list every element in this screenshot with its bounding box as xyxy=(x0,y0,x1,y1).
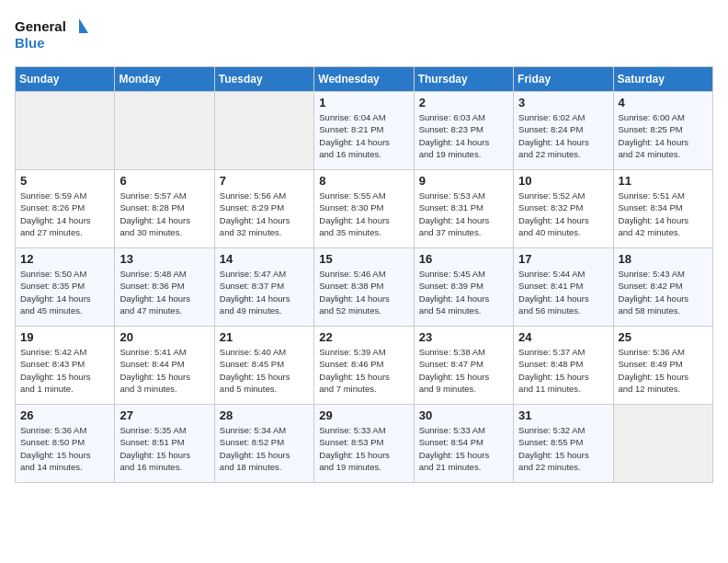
day-info: Sunrise: 5:32 AM Sunset: 8:55 PM Dayligh… xyxy=(518,424,608,473)
calendar-day: 2Sunrise: 6:03 AM Sunset: 8:23 PM Daylig… xyxy=(414,92,513,170)
day-number: 28 xyxy=(220,408,309,422)
calendar-day: 15Sunrise: 5:46 AM Sunset: 8:38 PM Dayli… xyxy=(314,248,414,327)
day-info: Sunrise: 5:42 AM Sunset: 8:43 PM Dayligh… xyxy=(20,346,109,395)
day-info: Sunrise: 5:51 AM Sunset: 8:34 PM Dayligh… xyxy=(619,190,708,238)
day-info: Sunrise: 5:56 AM Sunset: 8:29 PM Dayligh… xyxy=(220,190,309,238)
calendar-day: 25Sunrise: 5:36 AM Sunset: 8:49 PM Dayli… xyxy=(613,327,712,405)
calendar-day: 9Sunrise: 5:53 AM Sunset: 8:31 PM Daylig… xyxy=(414,170,513,248)
svg-text:Blue: Blue xyxy=(15,35,45,51)
weekday-header-sunday: Sunday xyxy=(16,67,115,92)
day-number: 25 xyxy=(619,330,708,344)
calendar-day: 1Sunrise: 6:04 AM Sunset: 8:21 PM Daylig… xyxy=(314,92,414,170)
day-number: 18 xyxy=(619,252,708,266)
day-number: 10 xyxy=(518,174,608,188)
calendar-day: 6Sunrise: 5:57 AM Sunset: 8:28 PM Daylig… xyxy=(115,170,214,248)
weekday-header-thursday: Thursday xyxy=(414,67,513,92)
day-info: Sunrise: 6:00 AM Sunset: 8:25 PM Dayligh… xyxy=(619,111,708,160)
calendar-day: 21Sunrise: 5:40 AM Sunset: 8:45 PM Dayli… xyxy=(214,327,313,405)
calendar-day: 18Sunrise: 5:43 AM Sunset: 8:42 PM Dayli… xyxy=(613,248,712,327)
calendar-day: 26Sunrise: 5:36 AM Sunset: 8:50 PM Dayli… xyxy=(16,405,115,483)
calendar-day: 11Sunrise: 5:51 AM Sunset: 8:34 PM Dayli… xyxy=(613,170,712,248)
calendar-day xyxy=(214,92,313,170)
day-info: Sunrise: 5:50 AM Sunset: 8:35 PM Dayligh… xyxy=(20,268,109,316)
calendar-week-2: 5Sunrise: 5:59 AM Sunset: 8:26 PM Daylig… xyxy=(16,170,713,248)
day-number: 7 xyxy=(220,174,309,188)
day-number: 16 xyxy=(419,252,508,266)
calendar-day: 10Sunrise: 5:52 AM Sunset: 8:32 PM Dayli… xyxy=(514,170,613,248)
day-number: 20 xyxy=(119,330,209,344)
calendar-table: SundayMondayTuesdayWednesdayThursdayFrid… xyxy=(15,66,713,483)
calendar-day xyxy=(613,405,712,483)
calendar-day: 31Sunrise: 5:32 AM Sunset: 8:55 PM Dayli… xyxy=(514,405,613,483)
day-number: 29 xyxy=(319,408,408,422)
day-info: Sunrise: 5:41 AM Sunset: 8:44 PM Dayligh… xyxy=(119,346,209,395)
calendar-day: 20Sunrise: 5:41 AM Sunset: 8:44 PM Dayli… xyxy=(115,327,214,405)
day-number: 11 xyxy=(619,174,708,188)
calendar-day: 13Sunrise: 5:48 AM Sunset: 8:36 PM Dayli… xyxy=(115,248,214,327)
calendar-week-3: 12Sunrise: 5:50 AM Sunset: 8:35 PM Dayli… xyxy=(16,248,713,327)
weekday-header-row: SundayMondayTuesdayWednesdayThursdayFrid… xyxy=(16,67,713,92)
day-info: Sunrise: 5:36 AM Sunset: 8:50 PM Dayligh… xyxy=(20,424,109,473)
day-number: 4 xyxy=(619,96,708,109)
weekday-header-tuesday: Tuesday xyxy=(214,67,313,92)
calendar-day: 16Sunrise: 5:45 AM Sunset: 8:39 PM Dayli… xyxy=(414,248,513,327)
day-info: Sunrise: 5:36 AM Sunset: 8:49 PM Dayligh… xyxy=(619,346,708,395)
calendar-day: 19Sunrise: 5:42 AM Sunset: 8:43 PM Dayli… xyxy=(16,327,115,405)
calendar-day: 14Sunrise: 5:47 AM Sunset: 8:37 PM Dayli… xyxy=(214,248,313,327)
calendar-day: 4Sunrise: 6:00 AM Sunset: 8:25 PM Daylig… xyxy=(613,92,712,170)
calendar-day: 5Sunrise: 5:59 AM Sunset: 8:26 PM Daylig… xyxy=(16,170,115,248)
day-info: Sunrise: 5:33 AM Sunset: 8:53 PM Dayligh… xyxy=(319,424,408,473)
day-info: Sunrise: 5:47 AM Sunset: 8:37 PM Dayligh… xyxy=(220,268,309,316)
calendar-day xyxy=(115,92,214,170)
day-number: 2 xyxy=(419,96,508,109)
day-info: Sunrise: 5:43 AM Sunset: 8:42 PM Dayligh… xyxy=(619,268,708,316)
day-number: 13 xyxy=(119,252,209,266)
calendar-week-5: 26Sunrise: 5:36 AM Sunset: 8:50 PM Dayli… xyxy=(16,405,713,483)
day-number: 31 xyxy=(518,408,608,422)
day-info: Sunrise: 5:45 AM Sunset: 8:39 PM Dayligh… xyxy=(419,268,508,316)
calendar-day: 29Sunrise: 5:33 AM Sunset: 8:53 PM Dayli… xyxy=(314,405,414,483)
page-header: General Blue xyxy=(15,15,713,55)
day-info: Sunrise: 5:53 AM Sunset: 8:31 PM Dayligh… xyxy=(419,190,508,238)
day-number: 1 xyxy=(319,96,408,109)
svg-text:General: General xyxy=(15,18,66,34)
calendar-day: 8Sunrise: 5:55 AM Sunset: 8:30 PM Daylig… xyxy=(314,170,414,248)
calendar-week-4: 19Sunrise: 5:42 AM Sunset: 8:43 PM Dayli… xyxy=(16,327,713,405)
calendar-day: 27Sunrise: 5:35 AM Sunset: 8:51 PM Dayli… xyxy=(115,405,214,483)
day-info: Sunrise: 5:57 AM Sunset: 8:28 PM Dayligh… xyxy=(119,190,209,238)
day-info: Sunrise: 5:52 AM Sunset: 8:32 PM Dayligh… xyxy=(518,190,608,238)
day-number: 15 xyxy=(319,252,408,266)
day-info: Sunrise: 5:48 AM Sunset: 8:36 PM Dayligh… xyxy=(119,268,209,316)
day-number: 12 xyxy=(20,252,109,266)
svg-marker-2 xyxy=(79,18,88,33)
day-info: Sunrise: 5:59 AM Sunset: 8:26 PM Dayligh… xyxy=(20,190,109,238)
day-number: 24 xyxy=(518,330,608,344)
calendar-week-1: 1Sunrise: 6:04 AM Sunset: 8:21 PM Daylig… xyxy=(16,92,713,170)
calendar-day: 3Sunrise: 6:02 AM Sunset: 8:24 PM Daylig… xyxy=(514,92,613,170)
day-info: Sunrise: 6:04 AM Sunset: 8:21 PM Dayligh… xyxy=(319,111,408,160)
day-number: 5 xyxy=(20,174,109,188)
day-info: Sunrise: 5:37 AM Sunset: 8:48 PM Dayligh… xyxy=(518,346,608,395)
day-info: Sunrise: 5:38 AM Sunset: 8:47 PM Dayligh… xyxy=(419,346,508,395)
logo-svg: General Blue xyxy=(15,15,88,55)
day-number: 9 xyxy=(419,174,508,188)
day-info: Sunrise: 5:35 AM Sunset: 8:51 PM Dayligh… xyxy=(119,424,209,473)
weekday-header-friday: Friday xyxy=(514,67,613,92)
day-number: 30 xyxy=(419,408,508,422)
day-info: Sunrise: 6:02 AM Sunset: 8:24 PM Dayligh… xyxy=(518,111,608,160)
day-info: Sunrise: 6:03 AM Sunset: 8:23 PM Dayligh… xyxy=(419,111,508,160)
day-info: Sunrise: 5:34 AM Sunset: 8:52 PM Dayligh… xyxy=(220,424,309,473)
calendar-day: 12Sunrise: 5:50 AM Sunset: 8:35 PM Dayli… xyxy=(16,248,115,327)
day-info: Sunrise: 5:39 AM Sunset: 8:46 PM Dayligh… xyxy=(319,346,408,395)
calendar-day: 28Sunrise: 5:34 AM Sunset: 8:52 PM Dayli… xyxy=(214,405,313,483)
day-number: 27 xyxy=(119,408,209,422)
calendar-day: 30Sunrise: 5:33 AM Sunset: 8:54 PM Dayli… xyxy=(414,405,513,483)
day-info: Sunrise: 5:55 AM Sunset: 8:30 PM Dayligh… xyxy=(319,190,408,238)
day-number: 3 xyxy=(518,96,608,109)
day-info: Sunrise: 5:40 AM Sunset: 8:45 PM Dayligh… xyxy=(220,346,309,395)
day-number: 21 xyxy=(220,330,309,344)
day-info: Sunrise: 5:33 AM Sunset: 8:54 PM Dayligh… xyxy=(419,424,508,473)
calendar-day xyxy=(16,92,115,170)
logo: General Blue xyxy=(15,15,88,55)
calendar-day: 23Sunrise: 5:38 AM Sunset: 8:47 PM Dayli… xyxy=(414,327,513,405)
